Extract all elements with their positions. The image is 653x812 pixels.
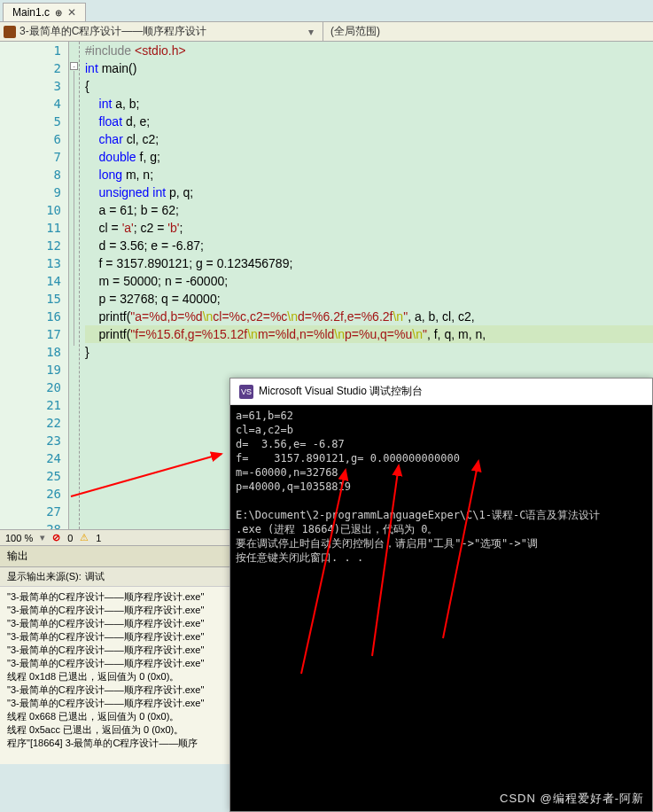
code-line[interactable]: } [85, 343, 653, 361]
console-body[interactable]: a=61,b=62 cl=a,c2=b d= 3.56,e= -6.87 f= … [230, 405, 652, 811]
fold-line [74, 71, 74, 346]
warning-count: 1 [96, 533, 101, 543]
line-number: 9 [0, 183, 68, 201]
context-left-dropdown[interactable]: 3-最简单的C程序设计——顺序程序设计 ▾ [0, 22, 323, 41]
line-number: 27 [0, 503, 68, 520]
line-number: 16 [0, 308, 68, 325]
pin-icon[interactable]: ⊕ [55, 8, 62, 18]
line-number: 18 [0, 343, 68, 361]
code-line[interactable]: { [85, 77, 653, 95]
line-number: 22 [0, 414, 68, 432]
code-line[interactable]: long m, n; [85, 166, 653, 183]
code-line[interactable]: double f, g; [85, 148, 653, 166]
output-source-label: 显示输出来源(S): [7, 570, 82, 583]
zoom-level[interactable]: 100 % [5, 533, 33, 543]
line-number: 13 [0, 254, 68, 272]
line-number: 7 [0, 148, 68, 166]
code-line[interactable]: m = 50000; n = -60000; [85, 272, 653, 290]
code-line[interactable]: int a, b; [85, 95, 653, 113]
line-number: 10 [0, 201, 68, 219]
code-line[interactable]: int main() [85, 59, 653, 77]
line-number: 6 [0, 130, 68, 148]
code-line[interactable]: printf("a=%d,b=%d\ncl=%c,c2=%c\nd=%6.2f,… [85, 308, 653, 325]
tab-bar: Main1.c ⊕ ✕ [0, 0, 653, 22]
line-number: 14 [0, 272, 68, 290]
output-source-value[interactable]: 调试 [85, 570, 105, 583]
nav-icon [4, 26, 16, 38]
context-bar: 3-最简单的C程序设计——顺序程序设计 ▾ (全局范围) [0, 22, 653, 42]
vs-icon: VS [239, 385, 253, 399]
line-number: 4 [0, 95, 68, 113]
line-number: 17 [0, 325, 68, 343]
code-line[interactable]: p = 32768; q = 40000; [85, 290, 653, 308]
line-number: 23 [0, 432, 68, 449]
error-count: 0 [67, 533, 73, 543]
code-line[interactable]: #include <stdio.h> [85, 42, 653, 59]
context-right-dropdown[interactable]: (全局范围) [323, 22, 653, 41]
code-line[interactable]: a = 61; b = 62; [85, 201, 653, 219]
code-line[interactable]: float d, e; [85, 113, 653, 130]
line-number: 20 [0, 379, 68, 396]
line-number: 19 [0, 361, 68, 379]
line-gutter: 1234567891011121314151617181920212223242… [0, 42, 69, 529]
code-line[interactable]: char cl, c2; [85, 130, 653, 148]
code-line[interactable]: cl = 'a'; c2 = 'b'; [85, 219, 653, 237]
close-icon[interactable]: ✕ [67, 6, 76, 19]
warning-icon[interactable]: ⚠ [80, 532, 89, 543]
line-number: 12 [0, 237, 68, 254]
code-line[interactable]: f = 3157.890121; g = 0.123456789; [85, 254, 653, 272]
code-line[interactable]: printf("f=%15.6f,g=%15.12f\nm=%ld,n=%ld\… [85, 325, 653, 343]
context-right-text: (全局范围) [330, 24, 380, 39]
code-line[interactable]: unsigned int p, q; [85, 183, 653, 201]
line-number: 1 [0, 42, 68, 59]
watermark: CSDN @编程爱好者-阿新 [500, 791, 644, 807]
line-number: 8 [0, 166, 68, 183]
tab-label: Main1.c [12, 6, 50, 19]
line-number: 24 [0, 449, 68, 467]
line-number: 26 [0, 485, 68, 503]
line-number: 2 [0, 59, 68, 77]
line-number: 5 [0, 113, 68, 130]
debug-console-window[interactable]: VS Microsoft Visual Studio 调试控制台 a=61,b=… [229, 378, 653, 812]
code-line[interactable]: d = 3.56; e = -6.87; [85, 237, 653, 254]
context-left-text: 3-最简单的C程序设计——顺序程序设计 [19, 24, 206, 39]
console-title-text: Microsoft Visual Studio 调试控制台 [259, 384, 423, 399]
line-number: 15 [0, 290, 68, 308]
code-line[interactable] [85, 361, 653, 379]
fold-margin: - [69, 42, 80, 529]
line-number: 21 [0, 396, 68, 414]
error-icon[interactable]: ⊘ [52, 532, 60, 543]
zoom-dropdown-icon[interactable]: ▾ [40, 532, 45, 543]
fold-toggle-icon[interactable]: - [70, 62, 78, 70]
file-tab[interactable]: Main1.c ⊕ ✕ [3, 3, 86, 21]
line-number: 25 [0, 467, 68, 485]
line-number: 11 [0, 219, 68, 237]
chevron-down-icon: ▾ [303, 26, 319, 38]
console-titlebar[interactable]: VS Microsoft Visual Studio 调试控制台 [230, 379, 652, 405]
line-number: 3 [0, 77, 68, 95]
line-number: 28 [0, 520, 68, 529]
